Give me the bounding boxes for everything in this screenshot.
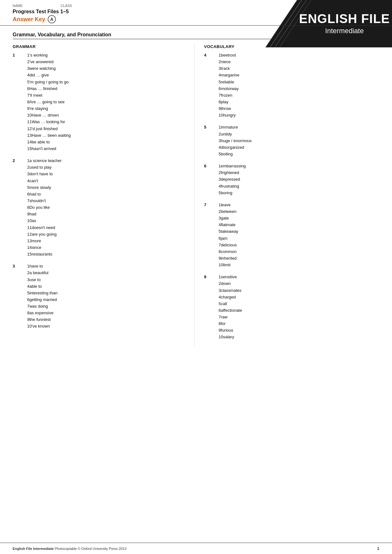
list-item: 1 5 'm going / going to go [13, 79, 188, 85]
q-number: 5 [204, 124, 212, 130]
list-item: 1 11 Was … looking for [13, 119, 188, 125]
grammar-title: GRAMMAR [13, 44, 188, 49]
list-item: 2 2 used to play [13, 164, 188, 171]
list-item: 3 10 've known [13, 323, 188, 329]
item-num: 7 [212, 314, 221, 320]
list-item: 6 3 depressed [204, 176, 379, 183]
list-item: 8 3 classmates [204, 287, 379, 294]
item-text: huge / enormous [221, 138, 252, 144]
page: ENGLISH FILE Intermediate NAME CLASS Pro… [0, 0, 392, 554]
list-item: 7 8 common [204, 249, 379, 255]
item-num: 8 [212, 249, 221, 255]
item-num: 2 [21, 164, 29, 171]
vocab-group-7-items: 7 1 leave 7 2 between 7 3 gate [204, 202, 379, 268]
list-item: 2 6 had to [13, 191, 188, 197]
item-num: 4 [212, 222, 221, 228]
list-item: 4 2 niece [204, 59, 379, 65]
item-num: 1 [212, 274, 221, 280]
list-item: 8 7 raw [204, 314, 379, 320]
item-text: flatmate [221, 222, 235, 228]
list-item: 5 2 untidy [204, 131, 379, 137]
item-num: 3 [21, 277, 29, 283]
q-number: 2 [13, 158, 21, 164]
item-text: more slowly [29, 184, 51, 191]
item-text: did … give [29, 72, 49, 78]
item-text: charged [221, 294, 236, 300]
answer-key-badge: A [48, 15, 56, 23]
item-text: leave [221, 202, 231, 208]
list-item: 7 6 jam [204, 235, 379, 242]
item-text: Have … been waiting [32, 132, 71, 139]
item-num: 10 [21, 218, 32, 224]
item-num: 6 [212, 235, 221, 242]
item-num: 1 [21, 52, 29, 58]
item-num: 7 [21, 92, 29, 99]
list-item: 1 4 did … give [13, 72, 188, 78]
item-text: as [32, 218, 36, 224]
answer-key-row: Answer Key A [13, 15, 379, 23]
list-item: 8 2 down [204, 280, 379, 287]
list-item: 2 4 can't [13, 178, 188, 184]
vocab-group-6-items: 6 1 embarrassing 6 2 frightened 6 3 [204, 163, 379, 196]
grammar-group-3: 3 1 have to 3 2 a beautiful 3 3 use [13, 263, 188, 329]
item-text: niece [221, 59, 231, 65]
item-num: 5 [21, 290, 29, 296]
list-item: 3 3 use to [13, 277, 188, 283]
vocab-group-6: 6 1 embarrassing 6 2 frightened 6 3 [204, 163, 379, 196]
item-text: Are … going to see [29, 99, 64, 105]
list-item: 7 5 takeaway [204, 228, 379, 235]
item-text: Do you like [29, 204, 50, 211]
test-title: Progress Test Files 1–5 [13, 9, 379, 15]
item-num: 4 [212, 183, 221, 190]
header-left: NAME CLASS Progress Test Files 1–5 Answe… [13, 4, 379, 23]
item-text: Was … looking for [32, 119, 65, 125]
item-num: 2 [212, 59, 221, 65]
item-num: 6 [212, 86, 221, 92]
list-item: 8 1 sensitive [204, 274, 379, 280]
name-class-row: NAME CLASS [13, 4, 379, 8]
item-text: had [29, 211, 36, 217]
list-item: 2 3 don't have to [13, 171, 188, 177]
list-item: 2 10 as [13, 218, 188, 224]
q-number: 1 [13, 52, 21, 58]
item-text: more [32, 238, 41, 244]
list-item: 4 8 play [204, 99, 379, 105]
item-num: 8 [21, 310, 29, 316]
list-item: 2 11 doesn't need [13, 225, 188, 231]
item-num: 5 [212, 301, 221, 307]
item-text: disorganized [221, 144, 244, 151]
item-num: 8 [21, 99, 29, 105]
vocab-group-5-items: 5 1 immature 5 2 untidy 5 3 huge / e [204, 124, 379, 157]
item-text: down [221, 280, 231, 287]
item-text: embarrassing [221, 163, 246, 169]
item-num: 2 [21, 270, 29, 276]
item-text: affectionate [221, 307, 242, 314]
item-text: 've answered [29, 59, 53, 65]
item-text: be able to [32, 139, 50, 145]
item-text: play [221, 99, 228, 105]
item-text: a beautiful [29, 270, 48, 276]
list-item: 6 5 boring [204, 190, 379, 196]
list-item: 1 14 be able to [13, 139, 188, 145]
list-item: 8 8 for [204, 321, 379, 327]
item-text: reliable [221, 79, 234, 85]
list-item: 7 1 leave [204, 202, 379, 208]
list-item: 5 5 boiling [204, 151, 379, 157]
item-text: frozen [221, 92, 232, 99]
list-item: 5 4 disorganized [204, 144, 379, 151]
item-num: 1 [212, 52, 221, 58]
item-text: call [221, 301, 227, 307]
list-item: 1 12 'd just finished [13, 126, 188, 132]
grammar-group-1-items: 1 1 's working 1 2 've answered 1 3 [13, 52, 188, 152]
item-text: frustrating [221, 183, 239, 190]
item-text: beetroot [221, 52, 236, 58]
item-text: 've known [32, 323, 50, 329]
list-item: 8 5 call [204, 301, 379, 307]
item-num: 5 [212, 190, 221, 196]
list-item: 4 7 frozen [204, 92, 379, 99]
item-text: track [221, 65, 230, 72]
vocab-group-7: 7 1 leave 7 2 between 7 3 gate [204, 202, 379, 268]
item-num: 7 [21, 198, 29, 204]
vocab-group-4-items: 4 1 beetroot 4 2 niece 4 3 track [204, 52, 379, 118]
list-item: 1 2 've answered [13, 59, 188, 65]
